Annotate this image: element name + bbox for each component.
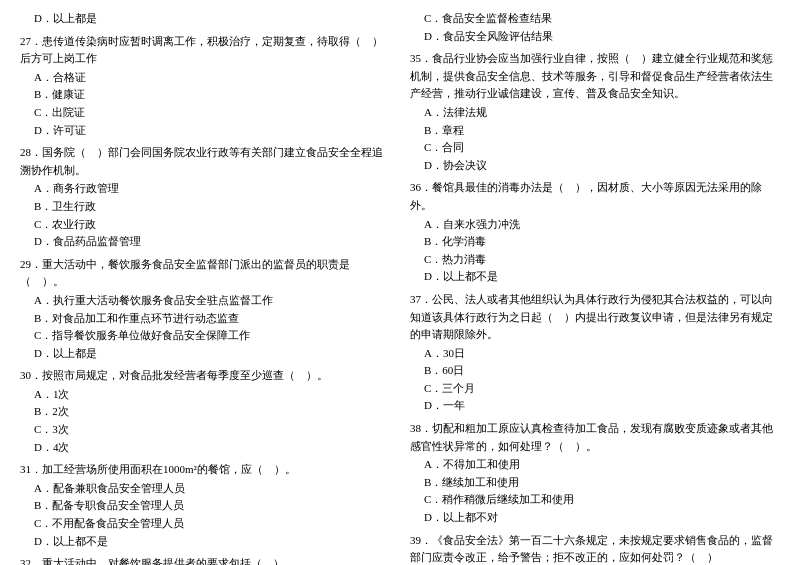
question-39-text: 39．《食品安全法》第一百二十六条规定，未按规定要求销售食品的，监督部门应责令改… xyxy=(410,532,780,565)
q30-option-b: B．2次 xyxy=(20,403,390,421)
question-35-text: 35．食品行业协会应当加强行业自律，按照（ ）建立健全行业规范和奖惩机制，提供食… xyxy=(410,50,780,103)
question-39: 39．《食品安全法》第一百二十六条规定，未按规定要求销售食品的，监督部门应责令改… xyxy=(410,532,780,565)
q37-option-d: D．一年 xyxy=(410,397,780,415)
q30-option-d: D．4次 xyxy=(20,439,390,457)
q36-option-b: B．化学消毒 xyxy=(410,233,780,251)
question-32-text: 32．重大活动中，对餐饮服务提供者的要求包括（ ）。 xyxy=(20,555,390,565)
q27-option-d: D．许可证 xyxy=(20,122,390,140)
question-37-text: 37．公民、法人或者其他组织认为具体行政行为侵犯其合法权益的，可以向知道该具体行… xyxy=(410,291,780,344)
q28-option-c: C．农业行政 xyxy=(20,216,390,234)
q31-option-d: D．以上都不是 xyxy=(20,533,390,551)
left-column: D．以上都是 27．患传道传染病时应暂时调离工作，积极治疗，定期复查，待取得（ … xyxy=(20,10,390,565)
q29-option-d: D．以上都是 xyxy=(20,345,390,363)
page-container: D．以上都是 27．患传道传染病时应暂时调离工作，积极治疗，定期复查，待取得（ … xyxy=(20,10,780,565)
two-column-layout: D．以上都是 27．患传道传染病时应暂时调离工作，积极治疗，定期复查，待取得（ … xyxy=(20,10,780,565)
q35-option-d: D．协会决议 xyxy=(410,157,780,175)
question-27-text: 27．患传道传染病时应暂时调离工作，积极治疗，定期复查，待取得（ ）后方可上岗工… xyxy=(20,33,390,68)
question-27: 27．患传道传染病时应暂时调离工作，积极治疗，定期复查，待取得（ ）后方可上岗工… xyxy=(20,33,390,140)
question-32: 32．重大活动中，对餐饮服务提供者的要求包括（ ）。 A．应当积极配合餐饮服务食… xyxy=(20,555,390,565)
option-text: D．以上都是 xyxy=(20,10,390,28)
q38-option-c: C．稍作稍微后继续加工和使用 xyxy=(410,491,780,509)
q38-option-b: B．继续加工和使用 xyxy=(410,474,780,492)
question-31: 31．加工经营场所使用面积在1000m²的餐馆，应（ ）。 A．配备兼职食品安全… xyxy=(20,461,390,550)
q27-option-b: B．健康证 xyxy=(20,86,390,104)
question-29: 29．重大活动中，餐饮服务食品安全监督部门派出的监督员的职责是（ ）。 A．执行… xyxy=(20,256,390,363)
q27-option-a: A．合格证 xyxy=(20,69,390,87)
q34-option-d: D．食品安全风险评估结果 xyxy=(410,28,780,46)
q36-option-a: A．自来水强力冲洗 xyxy=(410,216,780,234)
q27-option-c: C．出院证 xyxy=(20,104,390,122)
question-29-text: 29．重大活动中，餐饮服务食品安全监督部门派出的监督员的职责是（ ）。 xyxy=(20,256,390,291)
q35-option-a: A．法律法规 xyxy=(410,104,780,122)
q30-option-a: A．1次 xyxy=(20,386,390,404)
q29-option-c: C．指导餐饮服务单位做好食品安全保障工作 xyxy=(20,327,390,345)
question-30: 30．按照市局规定，对食品批发经营者每季度至少巡查（ ）。 A．1次 B．2次 … xyxy=(20,367,390,456)
q35-option-b: B．章程 xyxy=(410,122,780,140)
q30-option-c: C．3次 xyxy=(20,421,390,439)
q29-option-b: B．对食品加工和作重点环节进行动态监查 xyxy=(20,310,390,328)
q36-option-d: D．以上都不是 xyxy=(410,268,780,286)
question-35: 35．食品行业协会应当加强行业自律，按照（ ）建立健全行业规范和奖惩机制，提供食… xyxy=(410,50,780,174)
q37-option-a: A．30日 xyxy=(410,345,780,363)
question-31-text: 31．加工经营场所使用面积在1000m²的餐馆，应（ ）。 xyxy=(20,461,390,479)
q31-option-b: B．配备专职食品安全管理人员 xyxy=(20,497,390,515)
q28-option-b: B．卫生行政 xyxy=(20,198,390,216)
question-30-text: 30．按照市局规定，对食品批发经营者每季度至少巡查（ ）。 xyxy=(20,367,390,385)
q28-option-d: D．食品药品监督管理 xyxy=(20,233,390,251)
question-38-text: 38．切配和粗加工原应认真检查待加工食品，发现有腐败变质迹象或者其他感官性状异常… xyxy=(410,420,780,455)
question-36: 36．餐馆具最佳的消毒办法是（ ），因材质、大小等原因无法采用的除外。 A．自来… xyxy=(410,179,780,286)
question-28: 28．国务院（ ）部门会同国务院农业行政等有关部门建立食品安全全程追溯协作机制。… xyxy=(20,144,390,251)
q36-option-c: C．热力消毒 xyxy=(410,251,780,269)
q28-option-a: A．商务行政管理 xyxy=(20,180,390,198)
q31-option-a: A．配备兼职食品安全管理人员 xyxy=(20,480,390,498)
q35-option-c: C．合同 xyxy=(410,139,780,157)
q37-option-c: C．三个月 xyxy=(410,380,780,398)
q31-option-c: C．不用配备食品安全管理人员 xyxy=(20,515,390,533)
question-38: 38．切配和粗加工原应认真检查待加工食品，发现有腐败变质迹象或者其他感官性状异常… xyxy=(410,420,780,527)
question-37: 37．公民、法人或者其他组织认为具体行政行为侵犯其合法权益的，可以向知道该具体行… xyxy=(410,291,780,415)
q34-option-c: C．食品安全监督检查结果 xyxy=(410,10,780,28)
question-28-text: 28．国务院（ ）部门会同国务院农业行政等有关部门建立食品安全全程追溯协作机制。 xyxy=(20,144,390,179)
right-column: C．食品安全监督检查结果 D．食品安全风险评估结果 35．食品行业协会应当加强行… xyxy=(410,10,780,565)
q38-option-a: A．不得加工和使用 xyxy=(410,456,780,474)
q38-option-d: D．以上都不对 xyxy=(410,509,780,527)
q37-option-b: B．60日 xyxy=(410,362,780,380)
q29-option-a: A．执行重大活动餐饮服务食品安全驻点监督工作 xyxy=(20,292,390,310)
option-d-above: D．以上都是 xyxy=(20,10,390,28)
q34-cont: C．食品安全监督检查结果 D．食品安全风险评估结果 xyxy=(410,10,780,45)
question-36-text: 36．餐馆具最佳的消毒办法是（ ），因材质、大小等原因无法采用的除外。 xyxy=(410,179,780,214)
